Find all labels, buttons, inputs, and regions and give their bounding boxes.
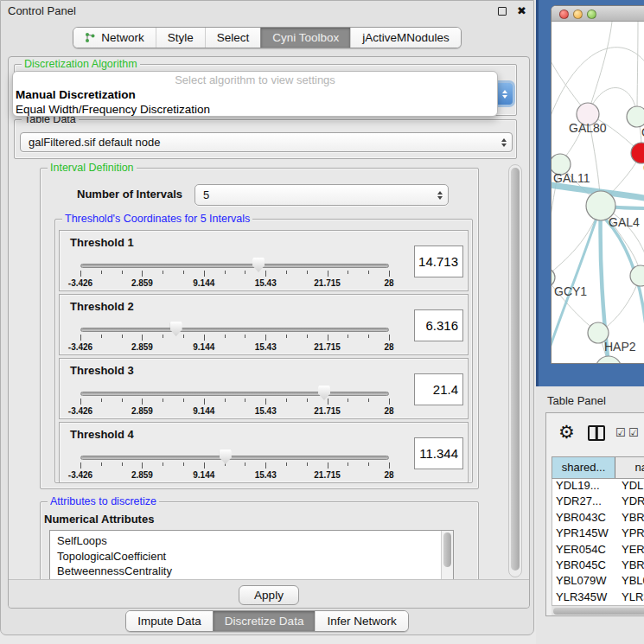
table-row[interactable]: YER054CYER0 (552, 543, 644, 558)
num-intervals-combobox[interactable]: 5 (194, 184, 449, 206)
checkbox-icon[interactable]: ☑ (628, 426, 639, 439)
cell-shared-name: YBR045C (552, 558, 616, 574)
table-row[interactable]: YBL079WYBL0 (552, 574, 644, 590)
node-label: GAL4 (609, 215, 640, 229)
slider-ticks (80, 335, 389, 341)
numerical-attributes-list: SelfLoopsTopologicalCoefficientBetweenne… (49, 530, 454, 579)
settings-scroll-area: Interval Definition Number of Intervals … (10, 163, 507, 579)
attribute-item-betweennesscentrality[interactable]: BetweennessCentrality (50, 564, 453, 579)
gear-icon[interactable]: ⚙ (558, 422, 575, 443)
threshold-value-field[interactable]: 14.713 (414, 245, 463, 277)
attribute-item-topologicalcoefficient[interactable]: TopologicalCoefficient (50, 549, 453, 564)
checkbox-icon[interactable]: ☑ (615, 426, 626, 439)
table-row[interactable]: YLR345WYLR3 (552, 590, 644, 605)
tab-impute-data[interactable]: Impute Data (126, 611, 213, 631)
cyni-toolbox-panel: Discretization Algorithm Table Data galF… (8, 56, 530, 609)
network-node[interactable] (596, 356, 622, 364)
list-scrollbar-thumb[interactable] (443, 532, 451, 567)
dropdown-item-manual-discretization[interactable]: Manual Discretization (13, 88, 497, 103)
tab-jactivemnodules[interactable]: jActiveMNodules (350, 28, 461, 48)
network-view-window: GAL80GCGAL11GAL4GCY1HHAP2 (551, 5, 644, 364)
split-view-icon[interactable] (588, 425, 605, 441)
combobox-stepper[interactable] (497, 83, 513, 105)
threshold-value-field[interactable]: 21.4 (414, 373, 463, 405)
tab-label: jActiveMNodules (362, 31, 450, 44)
slider-track[interactable] (80, 264, 389, 268)
settings-scrollbar-thumb[interactable] (511, 168, 520, 571)
network-canvas[interactable]: GAL80GCGAL11GAL4GCY1HHAP2 (552, 22, 644, 364)
slider-tick-labels: -3.4262.8599.14415.4321.71528 (80, 470, 389, 481)
network-node-g[interactable] (627, 106, 644, 127)
arrow-down-icon (502, 95, 507, 99)
slider-track[interactable] (80, 456, 389, 460)
network-window-titlebar[interactable] (552, 6, 644, 22)
threshold-slider[interactable]: -3.4262.8599.14415.4321.71528 (80, 386, 389, 418)
slider-track[interactable] (80, 392, 389, 396)
minimize-traffic-light-icon[interactable] (573, 10, 583, 19)
cell-shared-name: YLR345W (552, 590, 616, 605)
threshold-slider[interactable]: -3.4262.8599.14415.4321.71528 (80, 450, 389, 481)
arrow-down-icon (437, 196, 443, 200)
tab-discretize-data[interactable]: Discretize Data (213, 611, 316, 631)
top-tab-bar: NetworkStyleSelectCyni ToolboxjActiveMNo… (73, 27, 462, 48)
combobox-stepper (501, 138, 507, 147)
network-icon (85, 32, 96, 43)
attributes-group: Attributes to discretize Numerical Attri… (40, 501, 479, 579)
tab-select[interactable]: Select (205, 28, 261, 48)
table-panel-region: Table Panel ⚙ ☑ ☑ shared... na YDL19...Y… (536, 386, 644, 644)
num-intervals-label: Number of Intervals (77, 188, 182, 201)
threshold-value-field[interactable]: 6.316 (414, 309, 463, 341)
control-panel-titlebar: Control Panel ✖ (1, 1, 533, 22)
cell-shared-name: YDR27... (552, 494, 616, 510)
dropdown-item-equal-width-frequency-discretization[interactable]: Equal Width/Frequency Discretization (13, 103, 497, 118)
cell-name: YER0 (616, 543, 644, 558)
arrow-up-icon (502, 90, 507, 93)
column-header-shared-name[interactable]: shared... (552, 457, 615, 478)
apply-button[interactable]: Apply (239, 585, 299, 605)
slider-ticks (80, 399, 389, 405)
thresholds-group: Threshold's Coordinates for 5 Intervals … (54, 219, 473, 483)
tab-label: Network (101, 31, 144, 44)
column-header-name[interactable]: na (615, 457, 644, 478)
threshold-slider[interactable]: -3.4262.8599.14415.4321.71528 (80, 322, 389, 354)
cell-shared-name: YPR145W (552, 526, 616, 542)
cell-name: YLR3 (616, 590, 644, 605)
tab-infer-network[interactable]: Infer Network (315, 611, 407, 631)
tab-label: Cyni Toolbox (272, 31, 339, 44)
arrow-up-icon (501, 138, 507, 142)
threshold-slider[interactable]: -3.4262.8599.14415.4321.71528 (80, 258, 389, 290)
tab-cyni-toolbox[interactable]: Cyni Toolbox (260, 28, 350, 48)
attribute-item-selfloops[interactable]: SelfLoops (50, 533, 453, 549)
table-panel: ⚙ ☑ ☑ shared... na YDL19...YDL1YDR27...Y… (545, 412, 644, 616)
threshold-label: Threshold 1 (70, 236, 134, 249)
table-row[interactable]: YBR043CYBR0 (552, 511, 644, 526)
close-window-icon[interactable]: ✖ (517, 4, 526, 17)
arrow-up-icon (437, 191, 443, 194)
table-data-combobox[interactable]: galFiltered.sif default node (20, 132, 513, 152)
table-row[interactable]: YPR145WYPR1 (552, 526, 644, 542)
threshold-value-field[interactable]: 11.344 (414, 437, 463, 469)
float-window-icon[interactable] (498, 7, 507, 16)
settings-scrollbar[interactable] (508, 164, 522, 577)
zoom-traffic-light-icon[interactable] (587, 10, 596, 19)
table-row[interactable]: YBR045CYBR0 (552, 558, 644, 574)
tab-style[interactable]: Style (156, 28, 205, 48)
slider-tick-labels: -3.4262.8599.14415.4321.71528 (80, 342, 389, 353)
table-h-scrollbar-thumb[interactable] (553, 608, 644, 615)
slider-ticks (80, 462, 389, 469)
apply-bar: Apply (9, 579, 529, 608)
table-row[interactable]: YDL19...YDL1 (552, 479, 644, 494)
group-title: Threshold's Coordinates for 5 Intervals (62, 213, 252, 226)
screen: Control Panel ✖ NetworkStyleSelectCyni T… (0, 0, 644, 644)
cell-name: YDL1 (616, 479, 644, 494)
table-data-group: Table Data galFiltered.sif default node (14, 119, 517, 159)
close-traffic-light-icon[interactable] (559, 10, 569, 19)
list-scrollbar[interactable] (441, 531, 453, 579)
table-row[interactable]: YDR27...YDR2 (552, 494, 644, 510)
tab-network[interactable]: Network (73, 28, 156, 48)
slider-ticks (80, 271, 389, 277)
table-h-scrollbar[interactable] (552, 605, 644, 615)
node-label: GAL80 (569, 121, 607, 135)
slider-track[interactable] (80, 328, 389, 332)
bottom-tab-bar: Impute DataDiscretize DataInfer Network (125, 610, 408, 632)
